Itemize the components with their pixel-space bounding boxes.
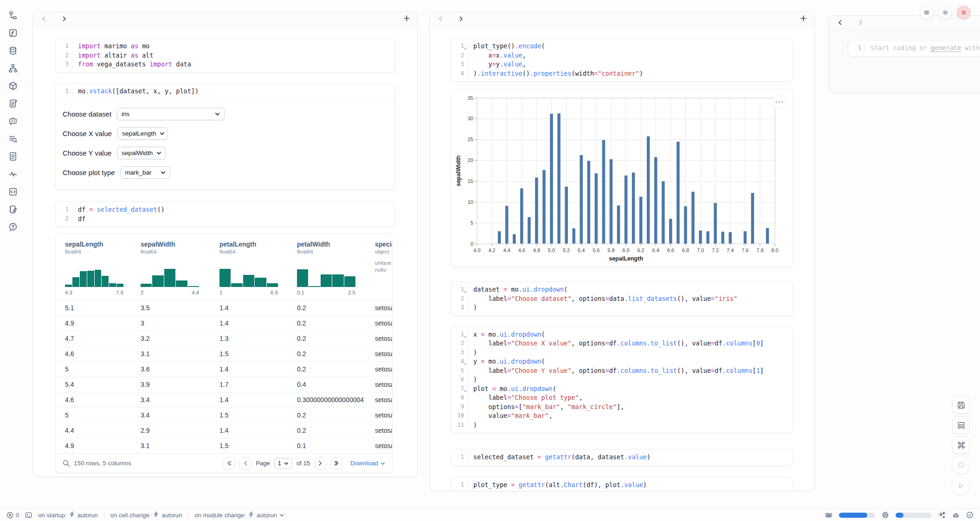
kernel-icon[interactable] <box>952 511 960 519</box>
runtime-config-on-cell-change[interactable]: on cell change:autorun <box>110 511 182 519</box>
code-editor[interactable]: import marimo as moimport altair as altf… <box>72 42 395 69</box>
code-editor[interactable]: plot_type = getattr(alt.Chart(df), plot.… <box>468 481 793 490</box>
settings-gear-icon[interactable] <box>938 6 952 20</box>
code-cell-xy-plot-dropdowns[interactable]: 1234567891011x = mo.ui.dropdown( label="… <box>451 326 793 434</box>
last-page-button[interactable] <box>330 457 342 469</box>
chat-assistant-icon[interactable] <box>8 116 18 126</box>
tracing-icon[interactable] <box>8 169 18 179</box>
table-row[interactable]: 4.63.11.50.2setosa <box>56 346 392 361</box>
search-icon[interactable] <box>63 460 70 467</box>
keyboard-shortcuts-icon[interactable] <box>952 436 970 454</box>
nav-forward-icon[interactable] <box>61 16 67 22</box>
page-select[interactable]: 1 <box>274 458 292 469</box>
generate-with-ai-link[interactable]: generate <box>931 44 961 52</box>
dependency-graph-icon[interactable] <box>8 63 18 73</box>
code-cell-df[interactable]: 12df = selected_dataset()df <box>55 202 395 227</box>
code-line: options=["mark_bar", "mark_circle"], <box>473 403 793 412</box>
code-cell-plot-type[interactable]: 1plot_type = getattr(alt.Chart(df), plot… <box>451 477 793 492</box>
terminal-icon[interactable] <box>25 512 32 519</box>
datasources-icon[interactable] <box>8 46 18 56</box>
logs-icon[interactable] <box>8 98 18 109</box>
code-editor[interactable]: x = mo.ui.dropdown( label="Choose X valu… <box>468 330 793 430</box>
nav-forward-icon[interactable] <box>458 16 464 22</box>
column-header-petalLength[interactable]: petalLengthfloat6416.9 <box>210 241 288 295</box>
choose-y-value-select[interactable]: sepalWidth <box>117 147 166 159</box>
runtime-config-on-startup[interactable]: on startup:autorun <box>38 511 98 519</box>
prev-page-button[interactable] <box>239 457 251 469</box>
code-cell-dataset-dropdown[interactable]: 123dataset = mo.ui.dropdown( label="Choo… <box>451 281 793 316</box>
code-editor[interactable]: selected_dataset = getattr(data, dataset… <box>468 453 793 462</box>
choose-dataset-select[interactable]: iris <box>117 108 225 120</box>
runtime-config-on-module-change[interactable]: on module change:autorun <box>194 511 284 519</box>
table-row[interactable]: 5.13.51.40.2setosa <box>56 300 392 315</box>
add-cell-icon[interactable] <box>404 15 410 23</box>
table-cell: 4.9 <box>56 319 131 327</box>
nav-forward-icon[interactable] <box>857 20 864 26</box>
code-editor[interactable]: df = selected_dataset()df <box>72 205 395 223</box>
next-page-button[interactable] <box>314 457 326 469</box>
svg-text:6.8: 6.8 <box>682 247 689 253</box>
nav-back-icon[interactable] <box>40 16 47 22</box>
layout-grid-icon[interactable] <box>952 416 970 434</box>
scratchpad-icon[interactable] <box>8 204 18 215</box>
fold-chevron-icon[interactable] <box>464 44 467 47</box>
table-row[interactable]: 5.43.91.70.4setosa <box>56 377 392 392</box>
connected-check-icon[interactable] <box>966 511 974 519</box>
fold-chevron-icon[interactable] <box>464 359 467 363</box>
fold-chevron-icon[interactable] <box>464 387 467 390</box>
choose-x-value-select[interactable]: sepalLength <box>117 127 168 140</box>
code-cell-imports[interactable]: 123import marimo as moimport altair as a… <box>55 38 395 73</box>
functions-icon[interactable] <box>8 28 18 38</box>
bar-chart[interactable]: 4.04.24.44.64.85.05.25.45.65.86.06.26.46… <box>455 92 789 266</box>
svg-text:sepalWidth: sepalWidth <box>455 156 462 187</box>
nav-back-icon[interactable] <box>437 16 444 22</box>
code-editor[interactable]: plot_type().encode( x=x.value, y=y.value… <box>468 42 793 78</box>
packages-icon[interactable] <box>8 81 18 91</box>
add-cell-icon[interactable] <box>800 15 806 23</box>
code-cell-plot[interactable]: 1234plot_type().encode( x=x.value, y=y.v… <box>451 38 793 82</box>
fold-chevron-icon[interactable] <box>464 287 467 291</box>
chart-menu-icon[interactable] <box>772 95 786 109</box>
code-cell-vstack[interactable]: 1mo.vstack([dataset, x, y, plot]) Choose… <box>55 83 395 191</box>
table-row[interactable]: 4.63.41.40.30000000000000004setosa <box>56 392 392 407</box>
fold-chevron-icon[interactable] <box>464 332 467 336</box>
code-line: x = mo.ui.dropdown( <box>473 330 793 339</box>
table-row[interactable]: 4.73.21.30.2setosa <box>56 331 392 346</box>
menu-icon[interactable] <box>920 6 934 20</box>
table-cell: setosa <box>366 304 392 312</box>
snippets-icon[interactable] <box>8 187 18 197</box>
table-cell: 1.4 <box>210 427 288 434</box>
help-icon[interactable] <box>8 222 18 232</box>
line-number: 8 <box>451 393 464 403</box>
variables-search-icon[interactable] <box>8 134 18 144</box>
nav-back-icon[interactable] <box>837 20 843 26</box>
close-icon[interactable] <box>957 6 971 20</box>
file-explorer-icon[interactable] <box>8 10 18 20</box>
code-editor[interactable]: dataset = mo.ui.dropdown( label="Choose … <box>468 285 793 313</box>
ai-sparkles-icon[interactable] <box>938 511 946 519</box>
column-header-petalWidth[interactable]: petalWidthfloat640.12.5 <box>288 241 366 295</box>
first-page-button[interactable] <box>223 457 235 469</box>
empty-code-cell[interactable]: 1 Start coding or generate with <box>848 40 980 57</box>
svg-text:4.4: 4.4 <box>503 247 510 253</box>
stop-icon[interactable] <box>952 456 970 474</box>
status-bar: 0 on startup:autorunon cell change:autor… <box>0 508 980 521</box>
column-header-species[interactable]: speciesobjectunique:nulls: <box>366 241 392 295</box>
table-row[interactable]: 4.42.91.40.2setosa <box>56 423 392 438</box>
svg-text:5.8: 5.8 <box>607 247 614 253</box>
code-cell-selected-dataset[interactable]: 1selected_dataset = getattr(data, datase… <box>451 449 793 466</box>
code-editor[interactable]: mo.vstack([dataset, x, y, plot]) <box>72 87 395 96</box>
save-icon[interactable] <box>952 396 970 414</box>
choose-plot-type-select[interactable]: mark_bar <box>121 166 170 179</box>
run-play-icon[interactable] <box>952 476 970 495</box>
column-header-sepalLength[interactable]: sepalLengthfloat644.37.9 <box>56 241 131 295</box>
cell-placeholder[interactable]: Start coding or generate with <box>865 44 980 53</box>
documentation-icon[interactable] <box>8 151 18 162</box>
download-button[interactable]: Download <box>350 460 385 467</box>
table-row[interactable]: 53.41.50.2setosa <box>56 407 392 423</box>
error-count[interactable]: 0 <box>6 512 19 519</box>
table-row[interactable]: 4.93.11.50.1setosa <box>56 438 392 453</box>
column-header-sepalWidth[interactable]: sepalWidthfloat6424.4 <box>131 241 210 295</box>
table-row[interactable]: 4.931.40.2setosa <box>56 315 392 331</box>
table-row[interactable]: 53.61.40.2setosa <box>56 361 392 377</box>
